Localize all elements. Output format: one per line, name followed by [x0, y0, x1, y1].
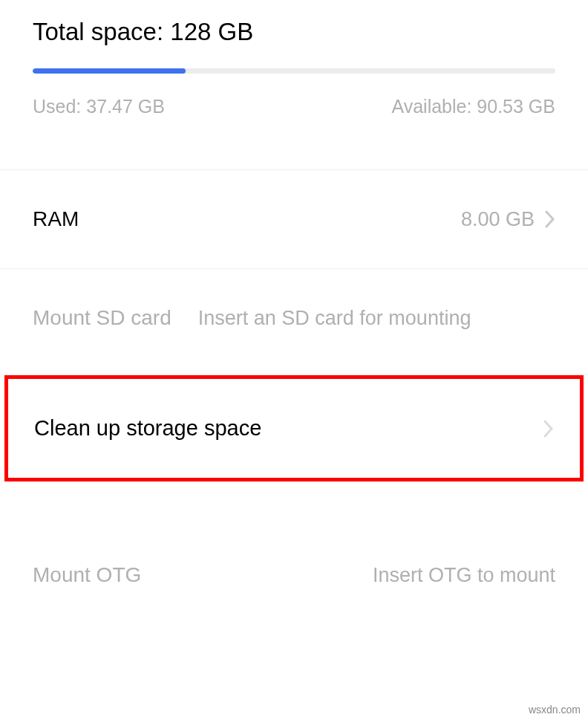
- clean-up-storage-label: Clean up storage space: [34, 416, 261, 441]
- mount-sd-card-row: Mount SD card Insert an SD card for moun…: [0, 269, 588, 374]
- storage-summary-section: Total space: 128 GB Used: 37.47 GB Avail…: [0, 0, 588, 117]
- mount-otg-label: Mount OTG: [33, 563, 141, 587]
- mount-sd-card-label: Mount SD card: [33, 306, 172, 330]
- storage-progress-fill: [33, 68, 186, 74]
- total-space-prefix: Total space:: [33, 18, 170, 45]
- used-label: Used: 37.47 GB: [33, 96, 165, 117]
- total-space-title: Total space: 128 GB: [33, 18, 555, 46]
- storage-progress-bar: [33, 68, 555, 74]
- chevron-right-icon: [545, 210, 555, 228]
- watermark-text: wsxdn.com: [529, 704, 581, 716]
- ram-row[interactable]: RAM 8.00 GB: [0, 170, 588, 268]
- mount-sd-card-description: Insert an SD card for mounting: [198, 307, 471, 330]
- clean-up-storage-row[interactable]: Clean up storage space: [4, 375, 584, 481]
- chevron-right-icon: [543, 420, 554, 438]
- available-label: Available: 90.53 GB: [391, 96, 555, 117]
- ram-value: 8.00 GB: [461, 208, 535, 231]
- mount-otg-row: Mount OTG Insert OTG to mount: [0, 481, 588, 609]
- total-space-value: 128 GB: [170, 18, 253, 45]
- storage-stats-row: Used: 37.47 GB Available: 90.53 GB: [33, 96, 555, 117]
- ram-value-group: 8.00 GB: [461, 208, 555, 231]
- ram-label: RAM: [33, 207, 79, 231]
- mount-otg-description: Insert OTG to mount: [373, 564, 555, 587]
